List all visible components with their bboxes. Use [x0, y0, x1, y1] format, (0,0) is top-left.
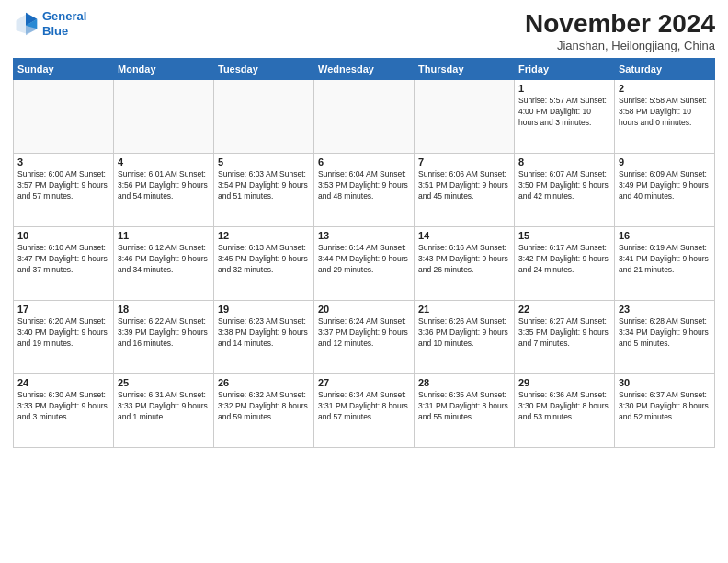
day-cell: 1Sunrise: 5:57 AM Sunset: 4:00 PM Daylig…	[515, 80, 615, 154]
day-info: Sunrise: 6:19 AM Sunset: 3:41 PM Dayligh…	[619, 243, 711, 276]
day-info: Sunrise: 5:58 AM Sunset: 3:58 PM Dayligh…	[619, 96, 711, 129]
day-info: Sunrise: 6:31 AM Sunset: 3:33 PM Dayligh…	[118, 390, 210, 423]
day-number: 23	[619, 304, 711, 315]
day-info: Sunrise: 6:37 AM Sunset: 3:30 PM Dayligh…	[619, 390, 711, 423]
day-info: Sunrise: 6:03 AM Sunset: 3:54 PM Dayligh…	[218, 169, 310, 202]
day-number: 15	[518, 230, 610, 241]
day-info: Sunrise: 6:07 AM Sunset: 3:50 PM Dayligh…	[518, 169, 610, 202]
day-cell: 21Sunrise: 6:26 AM Sunset: 3:36 PM Dayli…	[415, 301, 515, 374]
day-info: Sunrise: 6:23 AM Sunset: 3:38 PM Dayligh…	[218, 316, 310, 350]
day-cell: 29Sunrise: 6:36 AM Sunset: 3:30 PM Dayli…	[515, 374, 615, 448]
day-info: Sunrise: 6:30 AM Sunset: 3:33 PM Dayligh…	[17, 390, 109, 423]
day-info: Sunrise: 6:09 AM Sunset: 3:49 PM Dayligh…	[619, 169, 711, 202]
day-number: 13	[318, 230, 410, 241]
day-cell	[415, 80, 515, 154]
col-header-tuesday: Tuesday	[214, 59, 314, 80]
day-info: Sunrise: 6:34 AM Sunset: 3:31 PM Dayligh…	[318, 390, 410, 423]
day-number: 22	[518, 304, 610, 315]
week-row-5: 24Sunrise: 6:30 AM Sunset: 3:33 PM Dayli…	[14, 374, 715, 448]
day-number: 29	[518, 377, 610, 388]
header-row: SundayMondayTuesdayWednesdayThursdayFrid…	[14, 59, 715, 80]
day-cell: 2Sunrise: 5:58 AM Sunset: 3:58 PM Daylig…	[615, 80, 715, 154]
day-cell: 5Sunrise: 6:03 AM Sunset: 3:54 PM Daylig…	[214, 154, 314, 227]
day-number: 11	[118, 230, 210, 241]
day-cell: 15Sunrise: 6:17 AM Sunset: 3:42 PM Dayli…	[515, 227, 615, 301]
day-number: 9	[619, 156, 711, 167]
day-number: 26	[218, 377, 310, 388]
day-number: 17	[17, 304, 109, 315]
col-header-wednesday: Wednesday	[314, 59, 415, 80]
col-header-sunday: Sunday	[14, 59, 114, 80]
subtitle: Jianshan, Heilongjiang, China	[525, 39, 715, 52]
week-row-3: 10Sunrise: 6:10 AM Sunset: 3:47 PM Dayli…	[14, 227, 715, 301]
day-cell: 7Sunrise: 6:06 AM Sunset: 3:51 PM Daylig…	[415, 154, 515, 227]
day-cell: 20Sunrise: 6:24 AM Sunset: 3:37 PM Dayli…	[314, 301, 415, 374]
day-number: 25	[118, 377, 210, 388]
day-number: 19	[218, 304, 310, 315]
day-number: 18	[118, 304, 210, 315]
day-info: Sunrise: 6:17 AM Sunset: 3:42 PM Dayligh…	[518, 243, 610, 276]
day-number: 7	[418, 156, 510, 167]
day-info: Sunrise: 6:06 AM Sunset: 3:51 PM Dayligh…	[418, 169, 510, 202]
day-info: Sunrise: 6:10 AM Sunset: 3:47 PM Dayligh…	[17, 243, 109, 276]
day-info: Sunrise: 6:16 AM Sunset: 3:43 PM Dayligh…	[418, 243, 510, 276]
day-cell	[114, 80, 214, 154]
title-block: November 2024 Jianshan, Heilongjiang, Ch…	[525, 9, 715, 52]
logo-line2: Blue	[42, 24, 68, 38]
day-number: 27	[318, 377, 410, 388]
day-cell: 6Sunrise: 6:04 AM Sunset: 3:53 PM Daylig…	[314, 154, 415, 227]
col-header-thursday: Thursday	[415, 59, 515, 80]
day-cell: 24Sunrise: 6:30 AM Sunset: 3:33 PM Dayli…	[14, 374, 114, 448]
day-cell: 10Sunrise: 6:10 AM Sunset: 3:47 PM Dayli…	[14, 227, 114, 301]
day-info: Sunrise: 6:01 AM Sunset: 3:56 PM Dayligh…	[118, 169, 210, 202]
logo-icon	[13, 11, 39, 37]
day-number: 8	[518, 156, 610, 167]
day-number: 30	[619, 377, 711, 388]
day-info: Sunrise: 5:57 AM Sunset: 4:00 PM Dayligh…	[518, 96, 610, 129]
day-cell: 3Sunrise: 6:00 AM Sunset: 3:57 PM Daylig…	[14, 154, 114, 227]
day-cell: 28Sunrise: 6:35 AM Sunset: 3:31 PM Dayli…	[415, 374, 515, 448]
day-cell: 18Sunrise: 6:22 AM Sunset: 3:39 PM Dayli…	[114, 301, 214, 374]
day-number: 6	[318, 156, 410, 167]
day-info: Sunrise: 6:26 AM Sunset: 3:36 PM Dayligh…	[418, 316, 510, 350]
day-cell	[14, 80, 114, 154]
week-row-2: 3Sunrise: 6:00 AM Sunset: 3:57 PM Daylig…	[14, 154, 715, 227]
day-cell: 12Sunrise: 6:13 AM Sunset: 3:45 PM Dayli…	[214, 227, 314, 301]
day-cell: 11Sunrise: 6:12 AM Sunset: 3:46 PM Dayli…	[114, 227, 214, 301]
day-info: Sunrise: 6:14 AM Sunset: 3:44 PM Dayligh…	[318, 243, 410, 276]
day-cell: 30Sunrise: 6:37 AM Sunset: 3:30 PM Dayli…	[615, 374, 715, 448]
day-info: Sunrise: 6:24 AM Sunset: 3:37 PM Dayligh…	[318, 316, 410, 350]
col-header-saturday: Saturday	[615, 59, 715, 80]
day-number: 21	[418, 304, 510, 315]
day-number: 1	[518, 83, 610, 94]
day-cell: 8Sunrise: 6:07 AM Sunset: 3:50 PM Daylig…	[515, 154, 615, 227]
day-number: 14	[418, 230, 510, 241]
day-cell: 17Sunrise: 6:20 AM Sunset: 3:40 PM Dayli…	[14, 301, 114, 374]
page: General Blue November 2024 Jianshan, Hei…	[0, 0, 728, 563]
day-cell: 19Sunrise: 6:23 AM Sunset: 3:38 PM Dayli…	[214, 301, 314, 374]
day-number: 2	[619, 83, 711, 94]
day-cell: 23Sunrise: 6:28 AM Sunset: 3:34 PM Dayli…	[615, 301, 715, 374]
day-info: Sunrise: 6:35 AM Sunset: 3:31 PM Dayligh…	[418, 390, 510, 423]
week-row-1: 1Sunrise: 5:57 AM Sunset: 4:00 PM Daylig…	[14, 80, 715, 154]
day-info: Sunrise: 6:32 AM Sunset: 3:32 PM Dayligh…	[218, 390, 310, 423]
day-cell	[314, 80, 415, 154]
day-info: Sunrise: 6:04 AM Sunset: 3:53 PM Dayligh…	[318, 169, 410, 202]
day-info: Sunrise: 6:28 AM Sunset: 3:34 PM Dayligh…	[619, 316, 711, 350]
week-row-4: 17Sunrise: 6:20 AM Sunset: 3:40 PM Dayli…	[14, 301, 715, 374]
day-cell: 9Sunrise: 6:09 AM Sunset: 3:49 PM Daylig…	[615, 154, 715, 227]
day-info: Sunrise: 6:13 AM Sunset: 3:45 PM Dayligh…	[218, 243, 310, 276]
col-header-friday: Friday	[515, 59, 615, 80]
day-cell: 13Sunrise: 6:14 AM Sunset: 3:44 PM Dayli…	[314, 227, 415, 301]
day-number: 5	[218, 156, 310, 167]
day-info: Sunrise: 6:20 AM Sunset: 3:40 PM Dayligh…	[17, 316, 109, 350]
day-number: 20	[318, 304, 410, 315]
day-cell: 26Sunrise: 6:32 AM Sunset: 3:32 PM Dayli…	[214, 374, 314, 448]
day-cell: 4Sunrise: 6:01 AM Sunset: 3:56 PM Daylig…	[114, 154, 214, 227]
day-number: 24	[17, 377, 109, 388]
main-title: November 2024	[525, 9, 715, 39]
day-cell: 14Sunrise: 6:16 AM Sunset: 3:43 PM Dayli…	[415, 227, 515, 301]
day-info: Sunrise: 6:00 AM Sunset: 3:57 PM Dayligh…	[17, 169, 109, 202]
day-number: 12	[218, 230, 310, 241]
logo-line1: General	[42, 9, 86, 23]
